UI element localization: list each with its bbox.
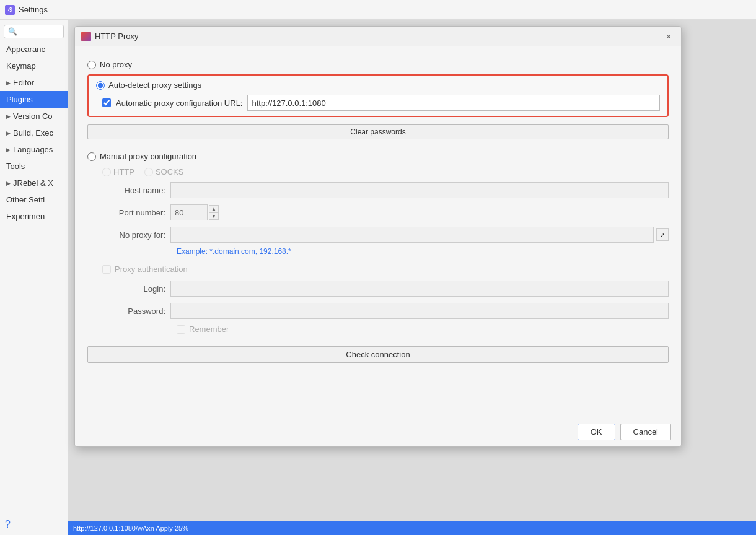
sidebar-item-jrebel[interactable]: JRebel & X bbox=[0, 175, 68, 191]
sidebar-item-label: JRebel & X bbox=[13, 178, 53, 188]
http-radio[interactable] bbox=[102, 168, 111, 176]
sidebar-item-build[interactable]: Build, Exec bbox=[0, 124, 68, 141]
modal-overlay: HTTP Proxy × No proxy bbox=[68, 20, 756, 535]
port-up-button[interactable]: ▲ bbox=[209, 205, 219, 212]
proxy-auth-label: Proxy authentication bbox=[115, 264, 188, 274]
auto-detect-label: Auto-detect proxy settings bbox=[108, 80, 201, 90]
settings-title-icon: ⚙ bbox=[5, 5, 15, 15]
sidebar-item-label: Version Co bbox=[13, 111, 53, 121]
http-proxy-dialog: HTTP Proxy × No proxy bbox=[74, 26, 682, 447]
socks-radio[interactable] bbox=[144, 168, 153, 176]
settings-titlebar: ⚙ Settings bbox=[0, 0, 756, 20]
main-panel: HTTP Proxy × No proxy bbox=[68, 20, 756, 535]
auto-proxy-url-input[interactable] bbox=[247, 95, 660, 111]
settings-content: 🔍 Appearanc Keymap Editor Plugins Versio… bbox=[0, 20, 756, 535]
example-text: Example: *.domain.com, 192.168.* bbox=[102, 246, 669, 261]
manual-proxy-options: HTTP SOCKS Host name: bbox=[87, 165, 669, 336]
auto-detect-row: Auto-detect proxy settings bbox=[96, 80, 660, 95]
no-proxy-for-input[interactable] bbox=[170, 227, 654, 243]
port-spinner: ▲ ▼ bbox=[209, 205, 219, 220]
sidebar-item-tools[interactable]: Tools bbox=[0, 158, 68, 175]
http-label: HTTP bbox=[113, 167, 134, 176]
dialog-footer: OK Cancel bbox=[75, 417, 681, 446]
sidebar-item-keymap[interactable]: Keymap bbox=[0, 58, 68, 74]
sidebar: 🔍 Appearanc Keymap Editor Plugins Versio… bbox=[0, 20, 68, 535]
no-proxy-row: No proxy bbox=[87, 56, 669, 73]
remember-row: Remember bbox=[102, 322, 669, 336]
sidebar-item-label: Editor bbox=[13, 78, 34, 87]
password-label: Password: bbox=[102, 307, 170, 316]
check-connection-button[interactable]: Check connection bbox=[87, 346, 669, 363]
no-proxy-for-row: No proxy for: ⤢ bbox=[102, 224, 669, 246]
proxy-auth-row: Proxy authentication bbox=[102, 261, 669, 277]
password-row: Password: bbox=[102, 300, 669, 322]
sidebar-item-other[interactable]: Other Setti bbox=[0, 191, 68, 208]
sidebar-item-label: Plugins bbox=[6, 95, 33, 104]
dialog-body: No proxy Auto-detect proxy settings Auto… bbox=[75, 46, 681, 417]
sidebar-item-label: Tools bbox=[6, 162, 25, 171]
sidebar-item-appearance[interactable]: Appearanc bbox=[0, 41, 68, 58]
auto-detect-section: Auto-detect proxy settings Automatic pro… bbox=[87, 74, 669, 117]
port-down-button[interactable]: ▼ bbox=[209, 212, 219, 220]
search-icon: 🔍 bbox=[8, 27, 17, 36]
sidebar-item-label: Build, Exec bbox=[13, 128, 53, 137]
sidebar-item-experimental[interactable]: Experimen bbox=[0, 208, 68, 225]
sidebar-item-languages[interactable]: Languages bbox=[0, 141, 68, 158]
protocol-row: HTTP SOCKS bbox=[102, 165, 669, 179]
no-proxy-label: No proxy bbox=[100, 60, 132, 69]
search-box[interactable]: 🔍 bbox=[4, 25, 64, 38]
host-name-label: Host name: bbox=[102, 186, 170, 195]
manual-proxy-section: Manual proxy configuration HTTP bbox=[87, 148, 669, 336]
sidebar-item-plugins[interactable]: Plugins bbox=[0, 91, 68, 108]
password-input[interactable] bbox=[170, 303, 669, 319]
dialog-titlebar: HTTP Proxy × bbox=[75, 27, 681, 46]
expand-button[interactable]: ⤢ bbox=[656, 228, 669, 241]
host-name-input[interactable] bbox=[170, 182, 669, 198]
proxy-auth-checkbox[interactable] bbox=[102, 265, 111, 274]
remember-checkbox[interactable] bbox=[177, 325, 185, 334]
settings-title: Settings bbox=[19, 5, 48, 14]
ok-button[interactable]: OK bbox=[578, 424, 615, 440]
cancel-button[interactable]: Cancel bbox=[620, 424, 671, 440]
socks-label: SOCKS bbox=[156, 167, 184, 176]
no-proxy-radio[interactable] bbox=[87, 61, 96, 69]
sidebar-item-label: Keymap bbox=[6, 61, 36, 71]
dialog-title: HTTP Proxy bbox=[95, 32, 662, 41]
sidebar-item-label: Experimen bbox=[6, 212, 45, 221]
dialog-title-icon bbox=[81, 32, 91, 41]
login-row: Login: bbox=[102, 277, 669, 300]
auto-detect-radio[interactable] bbox=[96, 81, 105, 90]
status-bar: http://127.0.0.1:1080/wAxn Apply 25% bbox=[68, 521, 756, 535]
status-bar-text: http://127.0.0.1:1080/wAxn Apply 25% bbox=[73, 524, 188, 532]
manual-proxy-row: Manual proxy configuration bbox=[87, 148, 669, 165]
port-field-wrapper: ▲ ▼ bbox=[170, 204, 219, 220]
manual-proxy-label: Manual proxy configuration bbox=[100, 152, 196, 161]
sidebar-item-label: Other Setti bbox=[6, 195, 45, 204]
no-proxy-for-label: No proxy for: bbox=[102, 230, 170, 240]
help-icon[interactable]: ? bbox=[0, 514, 68, 535]
clear-passwords-button[interactable]: Clear passwords bbox=[87, 124, 669, 139]
sidebar-item-editor[interactable]: Editor bbox=[0, 74, 68, 91]
close-button[interactable]: × bbox=[662, 30, 675, 43]
sidebar-item-label: Appearanc bbox=[6, 45, 45, 54]
settings-window: ⚙ Settings 🔍 Appearanc Keymap Editor Plu… bbox=[0, 0, 756, 535]
remember-label: Remember bbox=[189, 324, 229, 334]
port-number-row: Port number: ▲ ▼ bbox=[102, 201, 669, 224]
host-name-row: Host name: bbox=[102, 179, 669, 201]
auto-proxy-url-checkbox-label: Automatic proxy configuration URL: bbox=[116, 98, 242, 108]
auto-proxy-url-checkbox[interactable] bbox=[102, 98, 111, 107]
auto-proxy-url-row: Automatic proxy configuration URL: bbox=[96, 95, 660, 111]
port-number-label: Port number: bbox=[102, 208, 170, 217]
sidebar-item-version-control[interactable]: Version Co bbox=[0, 108, 68, 124]
sidebar-item-label: Languages bbox=[13, 145, 53, 154]
login-label: Login: bbox=[102, 284, 170, 294]
port-number-input[interactable] bbox=[170, 204, 208, 220]
login-input[interactable] bbox=[170, 281, 669, 297]
manual-proxy-radio[interactable] bbox=[87, 152, 96, 161]
